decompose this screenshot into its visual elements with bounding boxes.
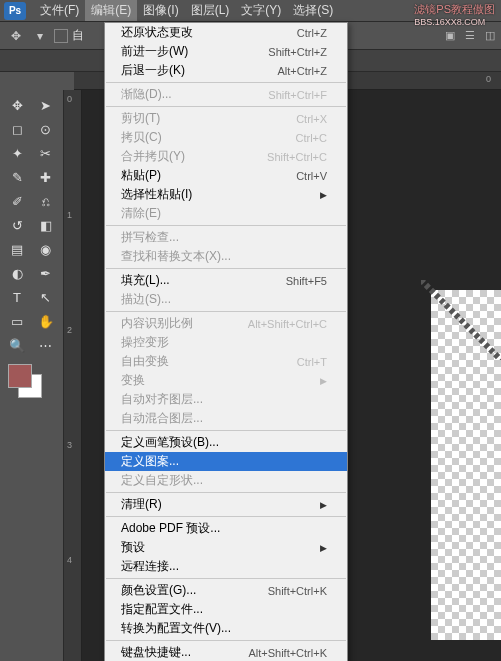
menu-file[interactable]: 文件(F) xyxy=(34,0,85,21)
menu-shortcut: Ctrl+V xyxy=(296,170,327,182)
window-controls: ▣ ☰ ◫ xyxy=(441,26,499,44)
menu-layer[interactable]: 图层(L) xyxy=(185,0,236,21)
submenu-arrow-icon: ▶ xyxy=(320,543,327,553)
menu-separator xyxy=(106,311,346,312)
auto-checkbox[interactable] xyxy=(54,29,68,43)
menu-item-label: 指定配置文件... xyxy=(121,601,203,618)
submenu-arrow-icon: ▶ xyxy=(320,500,327,510)
menu-shortcut: Ctrl+T xyxy=(297,356,327,368)
extra-tool[interactable]: ⋯ xyxy=(33,334,59,356)
menu-item-label: 变换 xyxy=(121,372,145,389)
menu-item-label: 定义图案... xyxy=(121,453,179,470)
tools-panel: ✥ ➤ ◻ ⊙ ✦ ✂ ✎ ✚ ✐ ⎌ ↺ ◧ ▤ ◉ ◐ ✒ T ↖ ▭ ✋ … xyxy=(0,90,64,661)
history-brush-tool[interactable]: ↺ xyxy=(4,214,30,236)
pen-tool[interactable]: ✒ xyxy=(33,262,59,284)
blur-tool[interactable]: ◉ xyxy=(33,238,59,260)
menu-item: 查找和替换文本(X)... xyxy=(105,247,347,266)
stamp-tool[interactable]: ⎌ xyxy=(33,190,59,212)
menu-item: 自动对齐图层... xyxy=(105,390,347,409)
menu-type[interactable]: 文字(Y) xyxy=(235,0,287,21)
menu-item: 渐隐(D)...Shift+Ctrl+F xyxy=(105,85,347,104)
type-tool[interactable]: T xyxy=(4,286,30,308)
menu-item: 内容识别比例Alt+Shift+Ctrl+C xyxy=(105,314,347,333)
hand-tool[interactable]: ✋ xyxy=(33,310,59,332)
menu-item: 清除(E) xyxy=(105,204,347,223)
marquee-tool[interactable]: ◻ xyxy=(4,118,30,140)
menu-item[interactable]: 还原状态更改Ctrl+Z xyxy=(105,23,347,42)
brush-tool[interactable]: ✐ xyxy=(4,190,30,212)
menu-shortcut: Shift+Ctrl+C xyxy=(267,151,327,163)
eraser-tool[interactable]: ◧ xyxy=(33,214,59,236)
foreground-color-swatch[interactable] xyxy=(8,364,32,388)
menu-shortcut: Shift+Ctrl+F xyxy=(268,89,327,101)
menu-separator xyxy=(106,225,346,226)
menu-item-label: 预设 xyxy=(121,539,145,556)
menu-item[interactable]: 转换为配置文件(V)... xyxy=(105,619,347,638)
gradient-tool[interactable]: ▤ xyxy=(4,238,30,260)
menu-item-label: Adobe PDF 预设... xyxy=(121,520,220,537)
menu-item-label: 自动对齐图层... xyxy=(121,391,203,408)
menu-item-label: 后退一步(K) xyxy=(121,62,185,79)
selection-tool[interactable]: ➤ xyxy=(33,94,59,116)
menu-item: 自动混合图层... xyxy=(105,409,347,428)
crop-tool[interactable]: ✂ xyxy=(33,142,59,164)
menu-item: 拷贝(C)Ctrl+C xyxy=(105,128,347,147)
menu-item[interactable]: 键盘快捷键...Alt+Shift+Ctrl+K xyxy=(105,643,347,661)
menu-item-label: 远程连接... xyxy=(121,558,179,575)
menu-item-label: 内容识别比例 xyxy=(121,315,193,332)
menu-item-label: 描边(S)... xyxy=(121,291,171,308)
menu-edit[interactable]: 编辑(E) xyxy=(85,0,137,21)
menu-item[interactable]: 填充(L)...Shift+F5 xyxy=(105,271,347,290)
eyedropper-tool[interactable]: ✎ xyxy=(4,166,30,188)
menu-shortcut: Ctrl+C xyxy=(296,132,327,144)
menu-item-label: 自动混合图层... xyxy=(121,410,203,427)
path-tool[interactable]: ↖ xyxy=(33,286,59,308)
menu-image[interactable]: 图像(I) xyxy=(137,0,184,21)
menu-item-label: 拷贝(C) xyxy=(121,129,162,146)
menu-item: 剪切(T)Ctrl+X xyxy=(105,109,347,128)
menu-item: 描边(S)... xyxy=(105,290,347,309)
collapse-icon[interactable]: ▣ xyxy=(441,26,459,44)
menu-item[interactable]: 定义画笔预设(B)... xyxy=(105,433,347,452)
menu-item[interactable]: 定义图案... xyxy=(105,452,347,471)
move-options-icon[interactable]: ✥ xyxy=(6,26,26,46)
menu-item-label: 合并拷贝(Y) xyxy=(121,148,185,165)
menu-item-label: 选择性粘贴(I) xyxy=(121,186,192,203)
dropdown-icon[interactable]: ▾ xyxy=(30,26,50,46)
menu-shortcut: Shift+Ctrl+Z xyxy=(268,46,327,58)
ruler-vertical: 0 1 2 3 4 xyxy=(64,90,82,661)
lasso-tool[interactable]: ⊙ xyxy=(33,118,59,140)
menu-item[interactable]: 预设▶ xyxy=(105,538,347,557)
zoom-tool[interactable]: 🔍 xyxy=(4,334,30,356)
menu-item[interactable]: 粘贴(P)Ctrl+V xyxy=(105,166,347,185)
menu-item[interactable]: 颜色设置(G)...Shift+Ctrl+K xyxy=(105,581,347,600)
menu-item-label: 拼写检查... xyxy=(121,229,179,246)
shape-tool[interactable]: ▭ xyxy=(4,310,30,332)
menu-item[interactable]: 指定配置文件... xyxy=(105,600,347,619)
edit-dropdown-menu: 还原状态更改Ctrl+Z前进一步(W)Shift+Ctrl+Z后退一步(K)Al… xyxy=(104,22,348,661)
diagonal-line-artwork xyxy=(421,280,501,360)
menu-item[interactable]: 选择性粘贴(I)▶ xyxy=(105,185,347,204)
color-swatches xyxy=(4,364,59,404)
menu-item[interactable]: 远程连接... xyxy=(105,557,347,576)
menu-item-label: 前进一步(W) xyxy=(121,43,188,60)
menu-item[interactable]: 后退一步(K)Alt+Ctrl+Z xyxy=(105,61,347,80)
menu-item-label: 操控变形 xyxy=(121,334,169,351)
move-tool[interactable]: ✥ xyxy=(4,94,30,116)
screen-mode-icon[interactable]: ◫ xyxy=(481,26,499,44)
menu-shortcut: Alt+Shift+Ctrl+K xyxy=(248,647,327,659)
menu-item: 变换▶ xyxy=(105,371,347,390)
menu-item[interactable]: Adobe PDF 预设... xyxy=(105,519,347,538)
menu-item-label: 定义自定形状... xyxy=(121,472,203,489)
menu-separator xyxy=(106,516,346,517)
menu-item[interactable]: 清理(R)▶ xyxy=(105,495,347,514)
wand-tool[interactable]: ✦ xyxy=(4,142,30,164)
dodge-tool[interactable]: ◐ xyxy=(4,262,30,284)
menu-separator xyxy=(106,430,346,431)
healing-tool[interactable]: ✚ xyxy=(33,166,59,188)
menu-icon[interactable]: ☰ xyxy=(461,26,479,44)
menu-item[interactable]: 前进一步(W)Shift+Ctrl+Z xyxy=(105,42,347,61)
menu-select[interactable]: 选择(S) xyxy=(287,0,339,21)
menu-separator xyxy=(106,492,346,493)
menu-item-label: 清理(R) xyxy=(121,496,162,513)
